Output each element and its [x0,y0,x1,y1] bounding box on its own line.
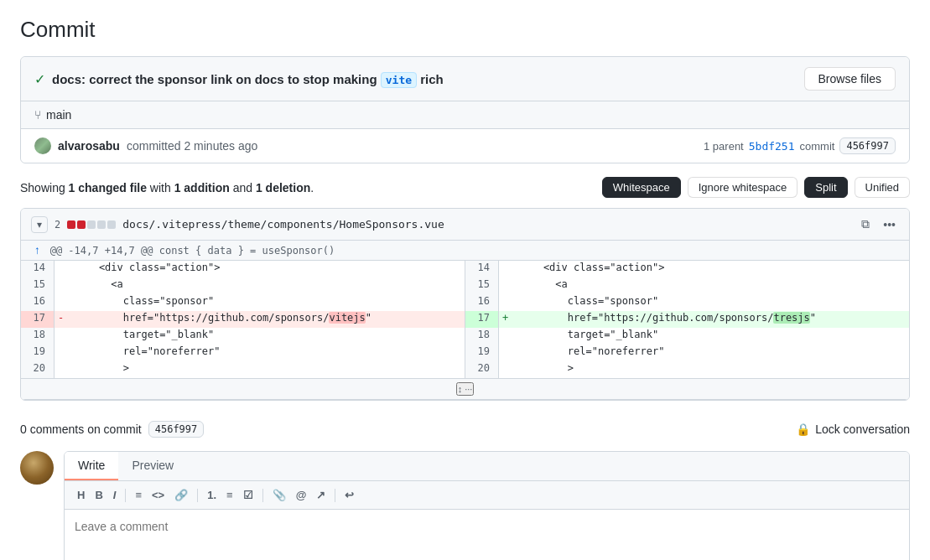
diff-left-line-17: 17 - href="https://github.com/sponsors/v… [21,311,465,328]
heading-button[interactable]: H [73,486,89,504]
commit-action: committed 2 minutes ago [127,139,257,153]
diff-right-line-20: 20 > [465,361,909,378]
write-tab[interactable]: Write [65,452,118,480]
mention-button[interactable]: @ [292,486,311,504]
stats-bar: Showing 1 changed file with 1 addition a… [20,177,910,198]
diff-controls: Whitespace Ignore whitespace Split Unifi… [602,177,910,198]
toolbar-divider-4 [335,489,335,502]
more-options-button[interactable]: ••• [880,215,899,233]
comments-header: 0 comments on commit 456f997 🔒 Lock conv… [20,421,910,438]
diff-block-neutral-3 [107,220,116,229]
diff-block-del [67,220,75,229]
toolbar-divider-1 [125,489,126,502]
ordered-list-button[interactable]: 1. [203,486,221,504]
commit-meta-row: alvarosabu committed 2 minutes ago 1 par… [21,129,909,163]
editor-toolbar: H B I ≡ <> 🔗 1. ≡ ☑ 📎 @ ↗ ↩ [65,481,909,510]
commit-code-word: vite [381,72,417,88]
comment-textarea[interactable] [65,510,909,560]
diff-left-line-16: 16 class="sponsor" [21,294,465,311]
author-link[interactable]: alvarosabu [58,139,120,153]
comment-editor: Write Preview H B I ≡ <> 🔗 1. ≡ ☑ 📎 [20,451,910,560]
comments-hash-badge: 456f997 [148,421,205,438]
lock-label: Lock conversation [815,423,910,436]
split-button[interactable]: Split [804,177,847,198]
commenter-avatar [20,451,54,485]
diff-left-line-19: 19 rel="noreferrer" [21,345,465,361]
toolbar-divider-3 [262,489,263,502]
parent-hash-link[interactable]: 5bdf251 [749,140,795,153]
browse-files-button[interactable]: Browse files [804,67,896,91]
diff-hunk-header: ↑ @@ -14,7 +14,7 @@ const { data } = use… [21,241,909,261]
expand-up-button[interactable]: ↑ [31,244,44,257]
commit-header: ✓ docs: correct the sponsor link on docs… [21,57,909,101]
commit-hash-area: 1 parent 5bdf251 commit 456f997 [704,137,896,154]
diff-block-del-2 [77,220,86,229]
hunk-info: @@ -14,7 +14,7 @@ const { data } = useSp… [50,245,335,257]
unordered-list-button[interactable]: ≡ [222,486,237,504]
page-title: Commit [20,17,910,43]
diff-right-line-19: 19 rel="noreferrer" [465,345,909,361]
stats-text: Showing 1 changed file with 1 addition a… [20,181,314,194]
lock-conversation-button[interactable]: 🔒 Lock conversation [796,423,910,436]
copy-path-button[interactable]: ⧉ [858,215,873,233]
diff-container: ▾ 2 docs/.vitepress/theme/components/Hom… [20,208,910,401]
diff-file-header: ▾ 2 docs/.vitepress/theme/components/Hom… [21,209,909,241]
avatar [34,137,51,154]
undo-button[interactable]: ↩ [340,486,358,504]
diff-blocks [67,220,116,229]
italic-button[interactable]: I [109,486,121,504]
check-icon: ✓ [34,71,45,87]
reference-button[interactable]: ↗ [312,486,330,504]
commit-title-area: ✓ docs: correct the sponsor link on docs… [34,71,444,87]
diff-file-path: docs/.vitepress/theme/components/HomeSpo… [122,218,444,231]
unified-button[interactable]: Unified [855,177,910,198]
diff-right-line-15: 15 <a [465,277,909,294]
link-button[interactable]: 🔗 [170,486,192,504]
diff-left-line-14: 14 <div class="action"> [21,261,465,277]
commit-title-prefix: docs: correct the sponsor link on docs t… [52,72,377,86]
commit-branch-row: ⑂ main [21,101,909,129]
diff-right-line-16: 16 class="sponsor" [465,294,909,311]
quote-button[interactable]: ≡ [131,486,146,504]
attach-button[interactable]: 📎 [268,486,290,504]
diff-left-line-15: 15 <a [21,277,465,294]
preview-tab[interactable]: Preview [118,452,187,480]
diff-block-neutral-1 [87,220,96,229]
toolbar-divider-2 [197,489,198,502]
commit-message: docs: correct the sponsor link on docs t… [52,72,444,86]
branch-name: main [46,108,71,122]
diff-expand-row-bottom[interactable]: ↕ ··· [21,378,909,400]
diff-right-pane: 14 <div class="action"> 15 <a 16 class="… [465,261,909,378]
diff-block-neutral-2 [97,220,106,229]
lock-icon: 🔒 [796,423,810,436]
diff-collapse-button[interactable]: ▾ [31,216,48,233]
commit-author-area: alvarosabu committed 2 minutes ago [34,137,257,154]
diff-left-line-20: 20 > [21,361,465,378]
diff-split-view: 14 <div class="action"> 15 <a 16 class="… [21,261,909,378]
diff-left-pane: 14 <div class="action"> 15 <a 16 class="… [21,261,465,378]
code-button[interactable]: <> [148,486,169,504]
branch-icon: ⑂ [34,108,41,122]
diff-right-line-14: 14 <div class="action"> [465,261,909,277]
expand-more-button[interactable]: ↕ ··· [456,382,475,396]
editor-box: Write Preview H B I ≡ <> 🔗 1. ≡ ☑ 📎 [64,451,910,560]
commit-title-suffix: rich [420,72,444,86]
comments-title: 0 comments on commit 456f997 [20,421,204,438]
diff-left-line-18: 18 target="_blank" [21,328,465,345]
diff-right-line-18: 18 target="_blank" [465,328,909,345]
commit-hash-badge: 456f997 [839,137,896,154]
diff-file-actions: ⧉ ••• [858,215,899,233]
ignore-whitespace-button[interactable]: Ignore whitespace [688,177,798,198]
editor-tabs: Write Preview [65,452,909,481]
bold-button[interactable]: B [91,486,107,504]
commit-box: ✓ docs: correct the sponsor link on docs… [20,56,910,163]
whitespace-button[interactable]: Whitespace [602,177,681,198]
task-list-button[interactable]: ☑ [239,486,257,504]
page-container: Commit ✓ docs: correct the sponsor link … [0,0,930,560]
diff-right-line-17: 17 + href="https://github.com/sponsors/t… [465,311,909,328]
comments-section: 0 comments on commit 456f997 🔒 Lock conv… [20,421,910,560]
diff-file-left: ▾ 2 docs/.vitepress/theme/components/Hom… [31,216,444,233]
diff-stat-number: 2 [55,219,60,231]
